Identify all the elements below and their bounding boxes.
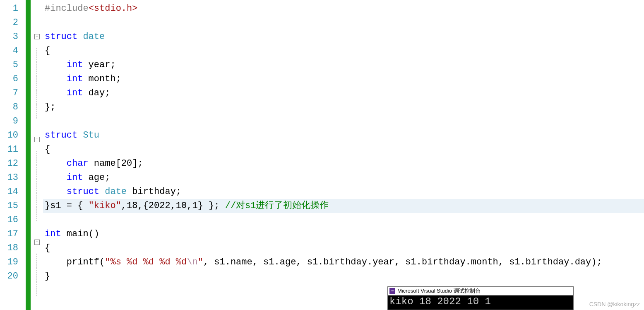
code-line: { (43, 44, 644, 58)
code-line: { (43, 143, 644, 157)
fold-column: − − − (31, 0, 43, 310)
line-number[interactable]: 11 (0, 143, 18, 157)
line-number[interactable]: 8 (0, 100, 18, 114)
code-line: int age; (43, 171, 644, 185)
code-line: int day; (43, 86, 644, 100)
console-title-text: Microsoft Visual Studio 调试控制台 (397, 287, 481, 295)
fold-toggle-icon[interactable]: − (34, 137, 40, 142)
line-number[interactable]: 14 (0, 185, 18, 199)
console-titlebar[interactable]: ∞ Microsoft Visual Studio 调试控制台 (388, 287, 573, 295)
line-number[interactable]: 20 (0, 269, 18, 283)
fold-toggle-icon[interactable]: − (34, 34, 40, 39)
code-line: int year; (43, 58, 644, 72)
code-line: } (43, 269, 644, 283)
code-line: { (43, 241, 644, 255)
code-editor: 1 2 3 4 5 6 7 8 9 10 11 12 13 14 15 16 1… (0, 0, 644, 310)
line-number[interactable]: 13 (0, 171, 18, 185)
code-line (43, 213, 644, 227)
line-number[interactable]: 1 (0, 2, 18, 16)
line-number[interactable]: 9 (0, 114, 18, 128)
line-number[interactable]: 17 (0, 227, 18, 241)
code-line-current: }s1 = { "kiko",18,{2022,10,1} }; //对s1进行… (43, 199, 644, 213)
code-line: printf("%s %d %d %d %d\n", s1.name, s1.a… (43, 255, 644, 269)
vs-icon: ∞ (389, 288, 395, 294)
code-line: struct date (43, 30, 644, 44)
code-line: char name[20]; (43, 157, 644, 171)
code-line: struct Stu (43, 128, 644, 143)
line-number[interactable]: 19 (0, 255, 18, 269)
code-area[interactable]: #include<stdio.h> struct date { int year… (43, 0, 644, 310)
line-number[interactable]: 12 (0, 157, 18, 171)
line-number[interactable]: 4 (0, 44, 18, 58)
code-line: #include<stdio.h> (43, 2, 644, 16)
line-number[interactable]: 7 (0, 86, 18, 100)
line-number[interactable]: 3 (0, 30, 18, 44)
change-indicator-bar (26, 0, 31, 310)
watermark-text: CSDN @kikokingzz (589, 301, 640, 308)
code-line: }; (43, 100, 644, 114)
line-number[interactable]: 5 (0, 58, 18, 72)
line-number[interactable]: 10 (0, 128, 18, 143)
line-number[interactable]: 18 (0, 241, 18, 255)
line-number[interactable]: 15 (0, 199, 18, 213)
line-number[interactable]: 6 (0, 72, 18, 86)
debug-console-window[interactable]: ∞ Microsoft Visual Studio 调试控制台 kiko 18 … (387, 286, 574, 310)
code-line (43, 16, 644, 30)
console-output: kiko 18 2022 10 1 (388, 295, 573, 310)
code-line: int month; (43, 72, 644, 86)
code-line (43, 114, 644, 128)
code-line: struct date birthday; (43, 185, 644, 199)
fold-toggle-icon[interactable]: − (34, 240, 40, 245)
line-number-gutter: 1 2 3 4 5 6 7 8 9 10 11 12 13 14 15 16 1… (0, 0, 23, 310)
line-number[interactable]: 2 (0, 16, 18, 30)
code-line: int main() (43, 227, 644, 241)
line-number[interactable]: 16 (0, 213, 18, 227)
